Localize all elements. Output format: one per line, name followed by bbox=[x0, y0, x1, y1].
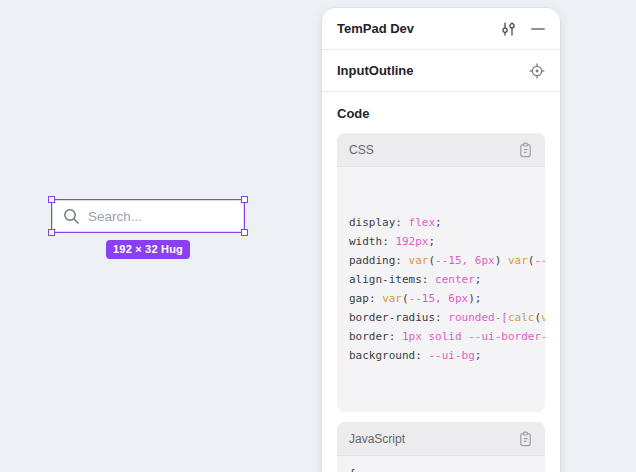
search-placeholder: Search... bbox=[88, 209, 142, 224]
copy-icon[interactable] bbox=[518, 142, 533, 158]
search-input[interactable]: Search... bbox=[52, 200, 244, 232]
css-code[interactable]: display: flex;width: 192px;padding: var(… bbox=[337, 167, 545, 412]
css-block-header: CSS bbox=[337, 133, 545, 167]
css-block-title: CSS bbox=[349, 143, 374, 157]
sliders-icon[interactable] bbox=[500, 21, 517, 37]
js-block-header: JavaScript bbox=[337, 422, 545, 456]
panel-header: TemPad Dev bbox=[322, 8, 560, 50]
selected-element[interactable]: Search... 192 × 32 Hug bbox=[52, 200, 244, 232]
tempad-dev-panel: TemPad Dev InputOutline bbox=[322, 8, 560, 472]
horizontal-scrollbar[interactable] bbox=[339, 403, 543, 409]
copy-icon[interactable] bbox=[518, 431, 533, 447]
selection-handle-bottom-right[interactable] bbox=[241, 229, 248, 236]
css-code-block: CSS display: flex;width: 192px;padding: … bbox=[337, 133, 545, 412]
search-icon bbox=[63, 208, 80, 225]
component-row: InputOutline bbox=[322, 50, 560, 92]
selection-handle-top-left[interactable] bbox=[48, 196, 55, 203]
panel-title: TemPad Dev bbox=[337, 21, 500, 36]
selection-handle-bottom-left[interactable] bbox=[48, 229, 55, 236]
target-icon[interactable] bbox=[529, 63, 545, 79]
dimensions-badge: 192 × 32 Hug bbox=[106, 240, 190, 259]
minimize-icon[interactable] bbox=[531, 21, 545, 37]
component-name: InputOutline bbox=[337, 63, 529, 78]
js-code[interactable]: { display: 'flex', width: '192px', paddi… bbox=[337, 456, 545, 472]
selection-handle-top-right[interactable] bbox=[241, 196, 248, 203]
code-section-label: Code bbox=[337, 106, 545, 121]
js-code-block: JavaScript { display: 'flex', width: '19… bbox=[337, 422, 545, 472]
js-block-title: JavaScript bbox=[349, 432, 405, 446]
